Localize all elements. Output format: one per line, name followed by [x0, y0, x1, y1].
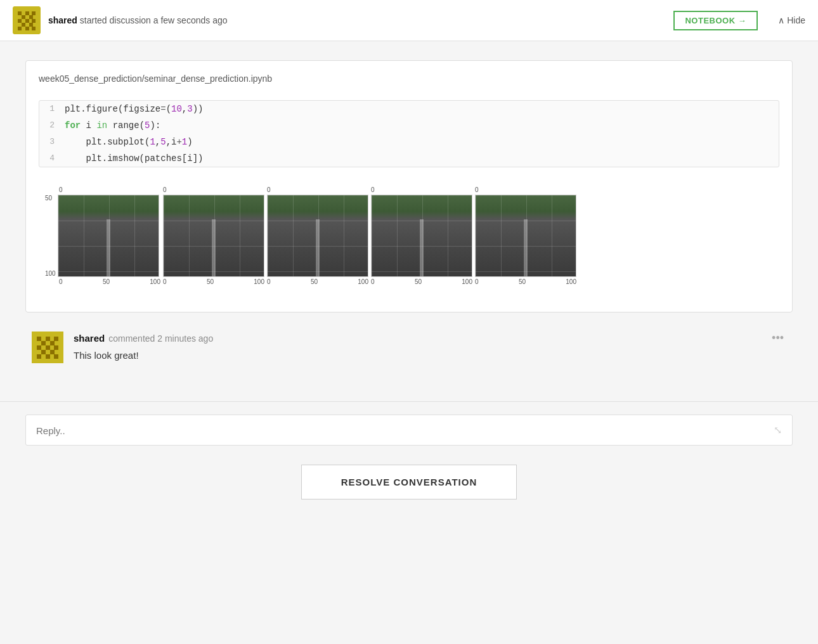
- svg-rect-9: [22, 23, 25, 27]
- road-visual-2: [164, 195, 264, 276]
- plot-image-1: [58, 195, 159, 277]
- svg-rect-6: [18, 19, 22, 23]
- code-line-4: 4 plt.imshow(patches[i]): [39, 150, 779, 167]
- comment-time: commented 2 minutes ago: [108, 333, 213, 344]
- svg-rect-13: [32, 27, 36, 30]
- comment-author: shared: [74, 333, 105, 344]
- code-content-4: plt.imshow(patches[i]): [65, 152, 779, 165]
- bottom-section: ⤡ RESOLVE CONVERSATION: [0, 401, 818, 525]
- resolve-area: RESOLVE CONVERSATION: [25, 465, 793, 499]
- plot-item-2: 0 0 50 100: [160, 186, 264, 287]
- comment-menu-button[interactable]: •••: [769, 332, 786, 345]
- comment-header: shared commented 2 minutes ago •••: [74, 332, 786, 345]
- svg-rect-11: [18, 27, 22, 30]
- discussion-header: shared started discussion a few seconds …: [0, 0, 818, 41]
- chevron-up-icon: ∧: [778, 15, 784, 25]
- hide-label: Hide: [787, 15, 805, 25]
- svg-rect-17: [54, 337, 58, 341]
- svg-rect-15: [37, 337, 41, 341]
- plot-grid: 0 50 100 0: [45, 186, 779, 287]
- plot-item-1: 0 50 100 0: [45, 186, 160, 287]
- header-username: shared: [48, 15, 77, 25]
- svg-rect-1: [18, 11, 22, 15]
- svg-rect-7: [25, 19, 29, 23]
- road-visual-4: [372, 195, 472, 276]
- y-axis-1: 50 100: [45, 195, 56, 277]
- x-axis-2: 0 50 100: [163, 277, 264, 287]
- svg-rect-23: [41, 350, 46, 354]
- code-cell: 1 plt.figure(figsize=(10,3)) 2 for i in …: [39, 100, 779, 167]
- plot-image-3: [267, 195, 368, 277]
- comment-body: shared commented 2 minutes ago ••• This …: [74, 332, 786, 361]
- road-visual-1: [58, 195, 159, 276]
- line-number-3: 3: [39, 136, 65, 148]
- plot-image-2: [163, 195, 264, 277]
- x-axis-3: 0 50 100: [267, 277, 368, 287]
- plot-with-yaxis-1: 50 100: [45, 195, 159, 277]
- svg-rect-20: [37, 345, 41, 350]
- plot-item-4: 0 0 50 100: [368, 186, 472, 287]
- svg-rect-2: [25, 11, 29, 15]
- svg-rect-21: [46, 345, 50, 350]
- code-content-1: plt.figure(figsize=(10,3)): [65, 103, 779, 115]
- avatar: [13, 6, 41, 34]
- x-axis-5: 0 50 100: [475, 277, 576, 287]
- top-label-3: 0: [267, 186, 271, 193]
- comment-avatar-icon: [32, 332, 63, 363]
- line-number-4: 4: [39, 152, 65, 165]
- svg-rect-18: [41, 341, 46, 345]
- x-axis-1: 0 50 100: [59, 277, 160, 287]
- top-label-4: 0: [371, 186, 375, 193]
- hide-button[interactable]: ∧ Hide: [778, 15, 805, 25]
- header-description: shared started discussion a few seconds …: [48, 15, 666, 25]
- notebook-container: week05_dense_prediction/seminar_dense_pr…: [25, 60, 793, 312]
- reply-box[interactable]: ⤡: [25, 415, 793, 446]
- plot-image-5: [475, 195, 576, 277]
- svg-rect-3: [32, 11, 36, 15]
- svg-rect-4: [22, 15, 25, 19]
- svg-rect-19: [50, 341, 55, 345]
- resolve-conversation-button[interactable]: RESOLVE CONVERSATION: [301, 465, 517, 499]
- line-number-2: 2: [39, 119, 65, 132]
- svg-rect-5: [29, 15, 33, 19]
- code-content-2: for i in range(5):: [65, 119, 779, 132]
- svg-rect-24: [50, 350, 55, 354]
- comment-section: shared commented 2 minutes ago ••• This …: [25, 332, 793, 363]
- svg-rect-10: [29, 23, 33, 27]
- code-content-3: plt.subplot(1,5,i+1): [65, 136, 779, 148]
- plot-area: 0 50 100 0: [39, 180, 779, 293]
- svg-rect-26: [46, 354, 50, 359]
- svg-rect-12: [25, 27, 29, 30]
- top-label-5: 0: [475, 186, 479, 193]
- avatar-icon: [13, 6, 41, 34]
- plot-item-3: 0 0 50 100: [264, 186, 368, 287]
- svg-rect-22: [54, 345, 58, 350]
- road-visual-3: [268, 195, 368, 276]
- header-action: started discussion a few seconds ago: [80, 15, 228, 25]
- code-line-1: 1 plt.figure(figsize=(10,3)): [39, 101, 779, 117]
- line-number-1: 1: [39, 103, 65, 115]
- top-label-2: 0: [163, 186, 167, 193]
- comment-avatar: [32, 332, 63, 363]
- plot-image-4: [371, 195, 472, 277]
- x-axis-4: 0 50 100: [371, 277, 472, 287]
- plot-item-5: 0 0 50 100: [472, 186, 576, 287]
- comment-text: This look great!: [74, 350, 786, 361]
- reply-input[interactable]: [36, 425, 774, 436]
- code-line-2: 2 for i in range(5):: [39, 117, 779, 134]
- svg-rect-16: [46, 337, 50, 341]
- main-content: week05_dense_prediction/seminar_dense_pr…: [0, 41, 818, 401]
- notebook-button[interactable]: NOTEBOOK →: [673, 11, 758, 30]
- resize-handle-icon: ⤡: [774, 424, 782, 436]
- code-line-3: 3 plt.subplot(1,5,i+1): [39, 134, 779, 150]
- svg-rect-8: [32, 19, 36, 23]
- svg-rect-27: [54, 354, 58, 359]
- road-visual-5: [476, 195, 576, 276]
- top-label-1: 0: [59, 186, 63, 193]
- svg-rect-25: [37, 354, 41, 359]
- notebook-path: week05_dense_prediction/seminar_dense_pr…: [39, 74, 779, 90]
